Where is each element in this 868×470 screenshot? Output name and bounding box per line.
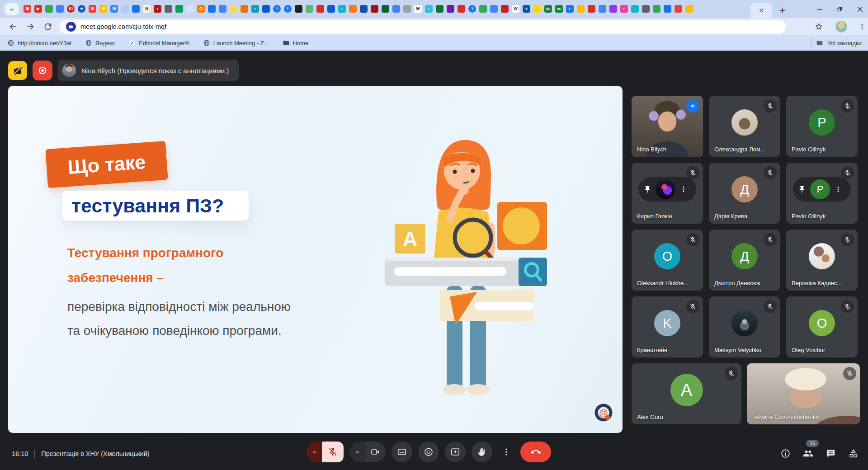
tab-favicon[interactable] — [316, 5, 324, 13]
tab-favicon[interactable] — [175, 5, 183, 13]
back-button[interactable] — [7, 21, 19, 33]
participant-tile[interactable]: Tetyana Govorushchenko — [747, 363, 860, 424]
tab-favicon[interactable] — [208, 5, 216, 13]
tab-favicon[interactable] — [349, 5, 357, 13]
tab-favicon[interactable]: N — [143, 5, 151, 13]
tab-favicon[interactable] — [392, 5, 400, 13]
tab-favicon[interactable]: f — [284, 5, 292, 13]
tab-favicon[interactable] — [186, 5, 194, 13]
participant-tile[interactable]: Maksym Velychko — [709, 296, 780, 357]
restore-icon[interactable] — [835, 5, 844, 14]
participant-tile[interactable]: Nina Bilych — [632, 96, 703, 157]
chat-panel-button[interactable] — [825, 447, 836, 459]
minimize-icon[interactable] — [815, 5, 824, 14]
tab-favicon[interactable]: M — [110, 5, 118, 13]
tab-favicon[interactable]: M — [24, 5, 31, 13]
tab-favicon[interactable] — [132, 5, 140, 13]
participant-tile[interactable]: ДДмитро Денисюк — [709, 230, 780, 291]
tab-favicon[interactable] — [653, 5, 660, 13]
tab-favicon[interactable] — [360, 5, 368, 13]
participant-tile[interactable]: AAlex Guru — [632, 363, 741, 424]
shared-presentation[interactable]: Що таке тестування ПЗ? Тестування програ… — [8, 86, 623, 433]
participant-tile[interactable]: OOleksandr Hlukhe... — [632, 230, 703, 291]
shapes-panel-button[interactable] — [847, 447, 859, 459]
tab-favicon[interactable] — [609, 5, 617, 13]
tab-favicon[interactable] — [241, 5, 248, 13]
annotations-off-button[interactable] — [8, 61, 27, 80]
tab-favicon[interactable]: M — [99, 5, 107, 13]
tab-favicon[interactable] — [371, 5, 378, 13]
tab-favicon[interactable] — [295, 5, 302, 13]
tab-favicon[interactable]: r — [425, 5, 433, 13]
present-screen-button[interactable] — [445, 442, 466, 462]
tab-favicon[interactable]: r — [566, 5, 574, 13]
tab-favicon[interactable] — [664, 5, 671, 13]
tab-favicon[interactable] — [642, 5, 650, 13]
info-panel-button[interactable] — [779, 447, 791, 459]
tab-favicon[interactable] — [230, 5, 237, 13]
tab-favicon[interactable]: sc — [555, 5, 563, 13]
participant-tile[interactable]: PPavlo Oliinyk — [786, 96, 858, 157]
pin-icon[interactable] — [798, 185, 806, 193]
tab-favicon[interactable] — [219, 5, 226, 13]
participant-tile[interactable]: OOleg Voichur — [786, 296, 858, 357]
tab-favicon[interactable] — [121, 5, 129, 13]
bookmark-item[interactable]: Editorial Manager® — [128, 39, 189, 47]
tab-favicon[interactable]: ▶ — [34, 5, 42, 13]
tab-favicon[interactable] — [447, 5, 454, 13]
tab-favicon[interactable] — [490, 5, 498, 13]
all-bookmarks-button[interactable]: Усі закладки — [811, 35, 862, 51]
close-icon[interactable] — [758, 7, 764, 14]
tab-favicon[interactable] — [599, 5, 606, 13]
pinned-tabs[interactable]: M▶KI★MMMNrOrffrWrfW♦scscrr — [24, 5, 693, 13]
more-options-button[interactable] — [498, 442, 514, 462]
tab-favicon[interactable]: r — [154, 5, 161, 13]
tab-favicon[interactable]: f — [273, 5, 281, 13]
tab-favicon[interactable] — [56, 5, 64, 13]
tab-favicon[interactable] — [631, 5, 639, 13]
window-controls[interactable] — [815, 0, 864, 18]
participant-tile[interactable]: Вероніка Кадинс... — [786, 230, 858, 291]
bookmark-item[interactable]: http://catcut.net/Y3al — [7, 39, 71, 47]
tab-favicon[interactable] — [458, 5, 465, 13]
bookmark-item[interactable]: Яндекс — [85, 39, 115, 47]
reload-button[interactable] — [42, 21, 54, 33]
tab-favicon[interactable]: r — [251, 5, 259, 13]
tab-favicon[interactable] — [577, 5, 585, 13]
pin-icon[interactable] — [643, 185, 651, 193]
participant-tile[interactable]: KКранштейн — [632, 296, 703, 357]
camera-button[interactable] — [365, 442, 386, 462]
presenter-banner[interactable]: Nina Bilych (Проводится показ с аннотаци… — [58, 60, 239, 81]
camera-options-button[interactable] — [349, 442, 365, 462]
captions-button[interactable] — [392, 442, 412, 462]
tab-favicon[interactable]: ♦ — [523, 5, 530, 13]
tab-favicon[interactable]: f — [468, 5, 476, 13]
active-tab[interactable] — [750, 3, 772, 18]
new-tab-button[interactable] — [777, 5, 788, 16]
tab-favicon[interactable]: W — [512, 5, 519, 13]
tab-favicon[interactable] — [382, 5, 389, 13]
tab-favicon[interactable]: W — [414, 5, 422, 13]
participant-tile[interactable]: Олександра Лом... — [709, 96, 780, 157]
tile-hover-actions[interactable]: P — [793, 177, 851, 202]
mute-microphone-button[interactable] — [322, 442, 344, 462]
tab-favicon[interactable] — [327, 5, 335, 13]
recording-button[interactable] — [33, 61, 52, 80]
tab-favicon[interactable] — [501, 5, 509, 13]
tile-hover-actions[interactable] — [638, 177, 696, 202]
tab-favicon[interactable] — [403, 5, 411, 13]
address-bar[interactable]: meet.google.com/cju-tdix-mqf — [60, 20, 786, 33]
tab-search-button[interactable] — [5, 3, 19, 15]
forward-button[interactable] — [24, 21, 36, 33]
bookmark-star-button[interactable] — [813, 21, 825, 33]
tab-favicon[interactable]: O — [197, 5, 205, 13]
tab-favicon[interactable] — [685, 5, 693, 13]
tab-favicon[interactable] — [588, 5, 595, 13]
browser-profile-avatar[interactable] — [835, 21, 847, 33]
people-panel-button[interactable]: 15 — [802, 447, 814, 459]
browser-menu-button[interactable] — [856, 21, 868, 33]
mic-options-button[interactable] — [307, 442, 322, 462]
raise-hand-button[interactable] — [472, 442, 492, 462]
tab-favicon[interactable]: r — [620, 5, 628, 13]
tab-favicon[interactable]: sc — [544, 5, 552, 13]
